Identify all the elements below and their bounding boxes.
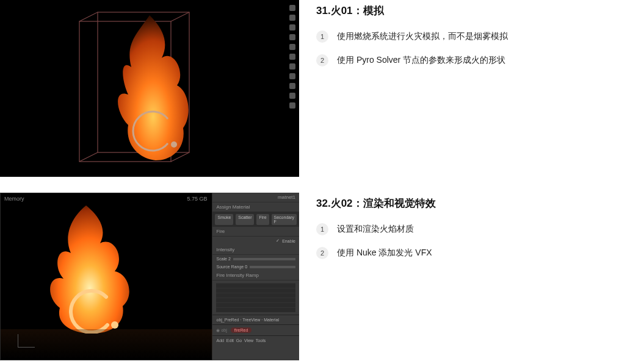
tab[interactable]: Smoke [215,214,233,225]
step-text: 设置和渲染火焰材质 [337,223,414,235]
tab[interactable]: Fire [256,214,269,225]
tab[interactable]: Secondary F [272,214,297,225]
section-32: Memory 5.75 GB [0,193,644,360]
step-number: 2 [316,54,328,66]
crop-corner-icon [18,334,35,348]
panel-sub: Fire [212,227,299,237]
fire-render-c [34,205,144,334]
svg-point-6 [171,141,177,148]
panel-path: matnet1 [212,193,299,202]
panel-assign: Assign Material [212,202,299,212]
fire-render-c [101,15,198,162]
node-chip[interactable]: fireRed [231,327,252,333]
ramp-grid[interactable] [216,283,295,312]
tool-icon[interactable] [289,34,295,40]
intensity-label: Intensity [212,245,299,255]
svg-line-4 [79,152,98,162]
step-item: 2使用 Pyro Solver 节点的参数来形成火的形状 [316,54,644,66]
step-item: 2使用 Nuke 添加发光 VFX [316,246,644,259]
thumbnail-31 [0,0,299,177]
viewport-render: Memory 5.75 GB [0,193,212,360]
source-row[interactable]: Source Range 0 [212,263,299,271]
menu-item[interactable]: Tools [256,338,266,343]
menu-row: Add Edit Go View Tools [212,335,299,345]
menu-item[interactable]: Go [236,338,242,343]
tool-icon[interactable] [289,73,295,79]
floor-reflection [1,329,242,360]
step-list: 1设置和渲染火焰材质 2使用 Nuke 添加发光 VFX [316,223,644,259]
step-list: 1使用燃烧系统进行火灾模拟，而不是烟雾模拟 2使用 Pyro Solver 节点… [316,30,644,66]
section-title: 31.火01：模拟 [316,4,644,18]
step-text: 使用 Nuke 添加发光 VFX [337,246,432,259]
tool-icon[interactable] [289,44,295,50]
text-column-31: 31.火01：模拟 1使用燃烧系统进行火灾模拟，而不是烟雾模拟 2使用 Pyro… [316,0,644,77]
step-number: 2 [316,247,328,259]
step-number: 1 [316,223,328,235]
enable-row: ✓Enable [212,237,299,245]
scale-label: Scale 2 [216,257,230,261]
text-column-32: 32.火02：渲染和视觉特效 1设置和渲染火焰材质 2使用 Nuke 添加发光 … [316,193,644,270]
menu-item[interactable]: View [244,338,253,343]
scale-row[interactable]: Scale 2 [212,255,299,263]
enable-label[interactable]: Enable [282,239,295,243]
step-text: 使用燃烧系统进行火灾模拟，而不是烟雾模拟 [337,30,508,43]
section-31: 31.火01：模拟 1使用燃烧系统进行火灾模拟，而不是烟雾模拟 2使用 Pyro… [0,0,644,177]
step-text: 使用 Pyro Solver 节点的参数来形成火的形状 [337,54,505,66]
tree-tab[interactable]: Material [264,318,279,322]
tree-tab[interactable]: obj_PreRed [216,318,239,322]
tool-icon[interactable] [289,54,295,60]
viewport-3d [0,0,299,177]
step-item: 1使用燃烧系统进行火灾模拟，而不是烟雾模拟 [316,30,644,43]
menu-item[interactable]: Add [216,338,223,343]
parameter-panel: matnet1 Assign Material Smoke Scatter Fi… [212,193,299,360]
tool-icon[interactable] [289,83,295,89]
tool-icon[interactable] [289,24,295,30]
node-row: ◉ obj fireRed [212,324,299,335]
tab[interactable]: Scatter [236,214,254,225]
panel-tabs: Smoke Scatter Fire Secondary F [212,212,299,227]
tool-icon[interactable] [289,5,295,11]
thumbnail-32: Memory 5.75 GB [0,193,299,360]
section-title: 32.火02：渲染和视觉特效 [316,196,644,210]
ramp-label: Fire Intensity Ramp [212,271,299,280]
step-item: 1设置和渲染火焰材质 [316,223,644,235]
memory-label: Memory [4,196,24,202]
viewport-split: Memory 5.75 GB [0,193,299,360]
svg-line-2 [79,12,98,21]
tool-icon[interactable] [289,93,295,99]
menu-item[interactable]: Edit [226,338,234,343]
tree-tabs: obj_PreRed · TreeView · Material [212,315,299,324]
tool-icon[interactable] [289,102,295,109]
tool-icon[interactable] [289,15,295,21]
viewport-toolbar-right [289,5,298,109]
source-label: Source Range 0 [216,265,247,269]
memory-value: 5.75 GB [187,196,207,202]
svg-point-7 [111,321,118,329]
tool-icon[interactable] [289,63,295,70]
tree-tab[interactable]: TreeView [242,318,260,322]
step-number: 1 [316,30,328,43]
